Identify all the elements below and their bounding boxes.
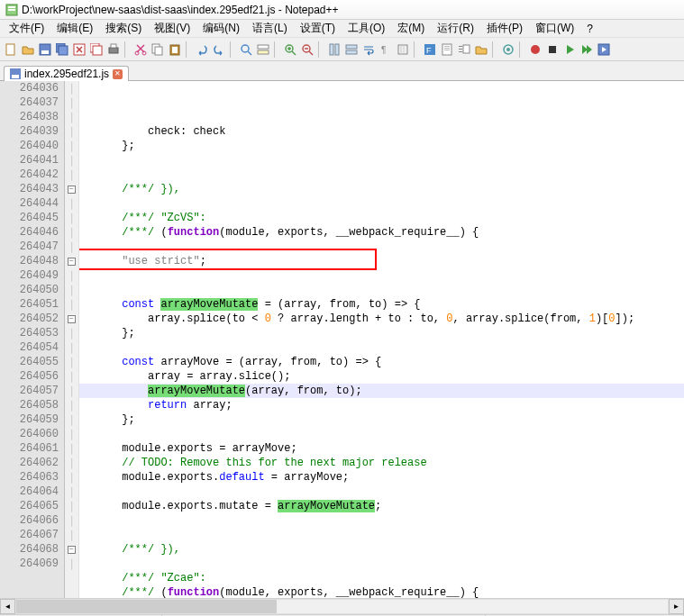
play-multi-icon[interactable]	[579, 41, 595, 58]
code-line[interactable]: /***/ "Zcae":	[79, 571, 684, 585]
fold-marker[interactable]: │	[65, 225, 78, 240]
lang-icon[interactable]: F	[422, 41, 438, 58]
scroll-track[interactable]	[15, 599, 669, 614]
code-line[interactable]: arrayMoveMutate(array, from, to);	[79, 384, 684, 398]
fold-marker[interactable]: │	[65, 240, 78, 254]
fold-marker[interactable]: │	[65, 513, 78, 528]
menu-settings[interactable]: 设置(T)	[295, 20, 341, 37]
fold-marker[interactable]: │	[65, 268, 78, 283]
folder-panel-icon[interactable]	[473, 41, 489, 58]
fold-marker[interactable]: │	[65, 384, 78, 398]
record-icon[interactable]	[527, 41, 543, 58]
menu-encoding[interactable]: 编码(N)	[197, 20, 245, 37]
scroll-left-icon[interactable]: ◄	[0, 599, 15, 614]
file-tab[interactable]: index.295edf21.js ✕	[4, 66, 129, 81]
fold-marker[interactable]: │	[65, 124, 78, 139]
code-line[interactable]	[79, 240, 684, 254]
line-number-gutter[interactable]: 2640362640372640382640392640402640412640…	[0, 81, 65, 598]
code-line[interactable]	[79, 283, 684, 297]
fold-marker[interactable]: │	[65, 211, 78, 225]
code-line[interactable]: /***/ }),	[79, 542, 684, 557]
fold-marker[interactable]: │	[65, 441, 78, 456]
code-line[interactable]	[79, 196, 684, 211]
fold-marker[interactable]: │	[65, 297, 78, 312]
open-file-icon[interactable]	[20, 41, 36, 58]
menu-macro[interactable]: 宏(M)	[392, 20, 430, 37]
fold-marker[interactable]: │	[65, 427, 78, 441]
code-line[interactable]: module.exports.mutate = arrayMoveMutate;	[79, 499, 684, 513]
code-line[interactable]: /***/ }),	[79, 182, 684, 196]
code-line[interactable]: /***/ (function(module, exports, __webpa…	[79, 225, 684, 240]
code-line[interactable]: array = array.slice();	[79, 369, 684, 384]
indent-guide-icon[interactable]	[395, 41, 411, 58]
wrap-icon[interactable]	[360, 41, 377, 58]
code-line[interactable]: const arrayMoveMutate = (array, from, to…	[79, 297, 684, 312]
fold-marker[interactable]: │	[65, 398, 78, 412]
save-all-icon[interactable]	[54, 41, 70, 58]
code-line[interactable]: return array;	[79, 398, 684, 412]
menu-edit[interactable]: 编辑(E)	[51, 20, 98, 37]
scroll-right-icon[interactable]: ►	[669, 599, 684, 614]
code-line[interactable]: check: check	[79, 124, 684, 139]
menu-search[interactable]: 搜索(S)	[100, 20, 147, 37]
code-line[interactable]	[79, 168, 684, 182]
fold-marker[interactable]: │	[65, 456, 78, 470]
fold-marker[interactable]: │	[65, 95, 78, 110]
fold-marker[interactable]: │	[65, 355, 78, 369]
code-line[interactable]: };	[79, 326, 684, 340]
fold-marker[interactable]: │	[65, 485, 78, 499]
code-line[interactable]	[79, 153, 684, 168]
close-all-icon[interactable]	[88, 41, 105, 58]
func-list-icon[interactable]	[456, 41, 472, 58]
play-icon[interactable]	[561, 41, 578, 58]
tab-close-icon[interactable]: ✕	[113, 69, 123, 79]
code-line[interactable]: array.splice(to < 0 ? array.length + to …	[79, 312, 684, 326]
fold-marker[interactable]: │	[65, 528, 78, 542]
fold-marker[interactable]: −	[65, 542, 78, 557]
code-line[interactable]: module.exports = arrayMove;	[79, 441, 684, 456]
zoom-in-icon[interactable]	[282, 41, 298, 58]
find-icon[interactable]	[238, 41, 254, 58]
stop-icon[interactable]	[544, 41, 561, 58]
sync-h-icon[interactable]	[343, 41, 360, 58]
scroll-thumb[interactable]	[16, 600, 277, 613]
sync-v-icon[interactable]	[326, 41, 342, 58]
code-line[interactable]: /***/ (function(module, exports, __webpa…	[79, 585, 684, 598]
fold-marker[interactable]: │	[65, 139, 78, 153]
fold-marker[interactable]: │	[65, 499, 78, 513]
code-line[interactable]: };	[79, 139, 684, 153]
invisible-chars-icon[interactable]: ¶	[378, 41, 394, 58]
fold-marker[interactable]: │	[65, 110, 78, 124]
undo-icon[interactable]	[194, 41, 210, 58]
new-file-icon[interactable]	[3, 41, 19, 58]
print-icon[interactable]	[105, 41, 122, 58]
menu-language[interactable]: 语言(L)	[247, 20, 293, 37]
menu-window[interactable]: 窗口(W)	[530, 20, 579, 37]
fold-marker[interactable]: │	[65, 340, 78, 355]
fold-marker[interactable]: │	[65, 412, 78, 427]
fold-column[interactable]: │││││││−││││−│││−│││││││││││││││−│	[65, 81, 79, 598]
code-line[interactable]	[79, 340, 684, 355]
fold-marker[interactable]: │	[65, 153, 78, 168]
code-line[interactable]	[79, 557, 684, 571]
fold-marker[interactable]: │	[65, 283, 78, 297]
code-line[interactable]	[79, 427, 684, 441]
menu-plugins[interactable]: 插件(P)	[481, 20, 528, 37]
paste-icon[interactable]	[167, 41, 183, 58]
fold-marker[interactable]: −	[65, 182, 78, 196]
code-line[interactable]: /***/ "ZcVS":	[79, 211, 684, 225]
redo-icon[interactable]	[211, 41, 227, 58]
monitor-icon[interactable]	[500, 41, 516, 58]
menu-view[interactable]: 视图(V)	[149, 20, 196, 37]
code-line[interactable]	[79, 485, 684, 499]
fold-marker[interactable]: │	[65, 369, 78, 384]
code-line[interactable]: // TODO: Remove this for the next major …	[79, 456, 684, 470]
horizontal-scrollbar[interactable]: ◄ ►	[0, 598, 684, 614]
fold-marker[interactable]: │	[65, 470, 78, 485]
fold-marker[interactable]: │	[65, 557, 78, 571]
fold-marker[interactable]: │	[65, 196, 78, 211]
close-icon[interactable]	[71, 41, 87, 58]
code-line[interactable]: };	[79, 412, 684, 427]
code-line[interactable]	[79, 528, 684, 542]
save-icon[interactable]	[37, 41, 53, 58]
